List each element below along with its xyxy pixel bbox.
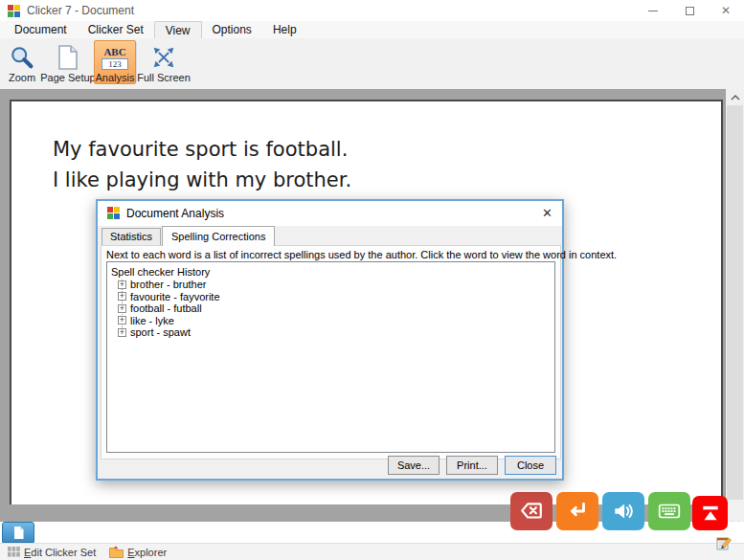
minimize-button[interactable] xyxy=(635,0,671,21)
app-window: Clicker 7 - Document ✕ Document Clicker … xyxy=(0,0,744,560)
page-setup-button[interactable]: Page Setup xyxy=(44,40,92,84)
keyboard-icon xyxy=(656,499,683,524)
spelling-corrections-page: Next to each word is a list of incorrect… xyxy=(101,245,561,459)
speak-button[interactable] xyxy=(602,492,644,530)
maximize-button[interactable] xyxy=(671,0,708,21)
expand-icon[interactable]: + xyxy=(118,316,126,325)
menu-view[interactable]: View xyxy=(154,21,202,38)
enter-icon xyxy=(565,499,590,524)
window-title: Clicker 7 - Document xyxy=(27,4,134,17)
scrollbar-thumb[interactable] xyxy=(727,105,743,500)
document-line-2: I like playing with my brother. xyxy=(53,165,351,195)
popup-toggle-button[interactable] xyxy=(692,496,728,530)
analysis-label: Analysis xyxy=(96,72,135,83)
close-icon: ✕ xyxy=(721,5,731,16)
maximize-icon xyxy=(686,7,694,15)
close-dialog-button[interactable]: Close xyxy=(505,456,556,475)
edit-clicker-set-button[interactable]: Edit Clicker Set xyxy=(8,547,96,558)
pen-pad-icon xyxy=(716,534,733,551)
document-text: My favourite sport is football. I like p… xyxy=(53,134,351,195)
keyboard-button[interactable] xyxy=(648,492,690,530)
word-pool-button[interactable] xyxy=(716,534,733,555)
speaker-icon xyxy=(611,499,636,524)
expand-icon[interactable]: + xyxy=(118,304,126,313)
menu-document[interactable]: Document xyxy=(4,21,78,38)
tab-statistics[interactable]: Statistics xyxy=(101,228,161,245)
document-icon xyxy=(12,526,25,540)
zoom-label: Zoom xyxy=(9,72,35,83)
tab-spelling-corrections[interactable]: Spelling Corrections xyxy=(162,226,275,246)
full-screen-label: Full Screen xyxy=(137,72,191,83)
active-document-tab[interactable] xyxy=(2,522,34,543)
spell-tree: Spell checker History + brother - bruthe… xyxy=(110,266,552,339)
expand-icon[interactable]: + xyxy=(118,292,126,301)
analysis-button[interactable]: ABC 123 Analysis xyxy=(94,40,136,84)
dialog-title: Document Analysis xyxy=(126,207,224,220)
window-controls: ✕ xyxy=(635,0,744,21)
document-line-1: My favourite sport is football. xyxy=(53,134,351,165)
save-button[interactable]: Save... xyxy=(388,456,440,475)
close-button[interactable]: ✕ xyxy=(708,0,744,21)
tree-item-label[interactable]: football - futball xyxy=(130,302,202,314)
edit-clicker-set-label: Edit Clicker Set xyxy=(24,547,96,558)
menu-options[interactable]: Options xyxy=(202,21,262,38)
expand-arrows-icon xyxy=(150,43,177,72)
backspace-icon xyxy=(519,499,544,524)
dialog-logo-icon xyxy=(107,207,120,219)
statusbar: Edit Clicker Set Explorer xyxy=(0,543,744,560)
page-setup-label: Page Setup xyxy=(40,72,96,83)
minimize-icon xyxy=(648,11,658,11)
folder-icon xyxy=(109,546,124,558)
tree-item-favourite[interactable]: + favourite - fayvorite xyxy=(110,291,552,303)
instruction-text: Next to each word is a list of incorrect… xyxy=(106,249,617,260)
popup-toggle-icon xyxy=(700,503,721,524)
tree-root-label: Spell checker History xyxy=(110,266,552,279)
magnifier-icon xyxy=(9,43,35,72)
titlebar: Clicker 7 - Document ✕ xyxy=(0,0,744,21)
tree-item-football[interactable]: + football - futball xyxy=(110,302,552,315)
vertical-scrollbar[interactable] xyxy=(726,89,744,531)
zoom-button[interactable]: Zoom xyxy=(4,40,40,84)
explorer-button[interactable]: Explorer xyxy=(109,546,167,558)
menu-help[interactable]: Help xyxy=(262,21,307,38)
backspace-button[interactable] xyxy=(510,492,552,530)
ribbon: Zoom Page Setup ABC 123 Analysis xyxy=(0,38,744,89)
menu-clicker-set[interactable]: Clicker Set xyxy=(78,21,154,38)
full-screen-button[interactable]: Full Screen xyxy=(140,40,188,84)
enter-button[interactable] xyxy=(556,492,598,530)
tree-item-label[interactable]: sport - spawt xyxy=(130,326,191,338)
expand-icon[interactable]: + xyxy=(118,280,126,289)
tree-item-label[interactable]: brother - bruther xyxy=(130,279,206,290)
spell-history-list[interactable]: Spell checker History + brother - bruthe… xyxy=(106,261,555,453)
chevron-up-icon xyxy=(731,95,740,101)
app-logo-icon xyxy=(8,5,20,17)
dialog-footer: Save... Print... Close xyxy=(381,456,556,475)
tree-item-label[interactable]: like - lyke xyxy=(130,315,174,326)
abc-123-icon: ABC 123 xyxy=(101,44,128,72)
tree-item-label[interactable]: favourite - fayvorite xyxy=(130,291,220,302)
grid-icon xyxy=(8,547,20,557)
dialog-close-button[interactable]: ✕ xyxy=(542,206,552,220)
print-button[interactable]: Print... xyxy=(446,456,498,475)
dialog-tabs: Statistics Spelling Corrections xyxy=(101,226,276,245)
document-analysis-dialog: Document Analysis ✕ Statistics Spelling … xyxy=(96,199,564,481)
page-icon xyxy=(56,43,80,72)
explorer-label: Explorer xyxy=(127,547,167,558)
tree-item-like[interactable]: + like - lyke xyxy=(110,315,552,327)
tree-item-brother[interactable]: + brother - bruther xyxy=(110,279,552,291)
scroll-up-button[interactable] xyxy=(726,89,744,105)
tree-item-sport[interactable]: + sport - spawt xyxy=(110,326,552,339)
dialog-titlebar: Document Analysis ✕ xyxy=(98,201,562,226)
menubar: Document Clicker Set View Options Help xyxy=(0,21,744,38)
expand-icon[interactable]: + xyxy=(118,328,126,337)
